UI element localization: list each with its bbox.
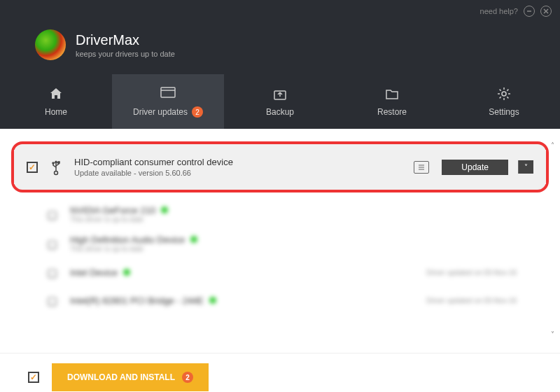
- nav-home[interactable]: Home: [0, 74, 112, 129]
- driver-row-blurred: ▢ Intel(R) 82801 PCI Bridge - 244E Drive…: [14, 286, 546, 314]
- nav-settings[interactable]: Settings: [448, 74, 560, 129]
- nav-label: Backup: [266, 107, 294, 117]
- highlighted-driver-box: HID-compliant consumer control device Up…: [11, 141, 549, 192]
- device-icon: ▢: [43, 264, 60, 281]
- driver-name: HID-compliant consumer control device: [74, 157, 404, 167]
- brand-subtitle: keeps your drivers up to date: [76, 50, 175, 58]
- driver-row: HID-compliant consumer control device Up…: [14, 150, 546, 184]
- help-link[interactable]: need help?: [480, 7, 518, 15]
- status-dot: [209, 297, 216, 304]
- download-badge: 2: [182, 372, 193, 383]
- backup-icon: [272, 86, 288, 102]
- audio-icon: ▢: [43, 235, 60, 252]
- status-dot: [161, 206, 168, 214]
- app-header: DriverMax keeps your drivers up to date: [0, 22, 560, 74]
- restore-icon: [384, 86, 400, 102]
- driver-status: Update available - version 5.60.66: [74, 169, 404, 177]
- scrollbar[interactable]: ˄ ˅: [547, 141, 557, 340]
- driver-row-blurred: ▢ NVIDIA GeForce 210This driver is up-to…: [14, 200, 546, 229]
- nav-label: Driver updates: [133, 107, 188, 117]
- gear-icon: [496, 86, 512, 102]
- svg-point-7: [55, 171, 58, 174]
- status-dot: [190, 236, 197, 243]
- logo-icon: [35, 29, 66, 60]
- driver-checkbox[interactable]: [27, 162, 38, 173]
- content-panel: HID-compliant consumer control device Up…: [0, 129, 560, 353]
- driver-row-blurred: ▢ High Definition Audio DeviceThis drive…: [14, 229, 546, 258]
- nav-label: Restore: [377, 107, 407, 117]
- footer-bar: DOWNLOAD AND INSTALL 2: [0, 353, 560, 392]
- updates-badge: 2: [192, 106, 203, 118]
- svg-point-9: [52, 162, 54, 164]
- nav-label: Home: [45, 107, 67, 117]
- monitor-icon: ▢: [43, 206, 60, 223]
- nav-driver-updates[interactable]: Driver updates 2: [112, 74, 224, 129]
- driver-row-blurred: ▢ Intel Device Driver updated on 03-Nov-…: [14, 258, 546, 286]
- device-icon: ▢: [43, 292, 60, 309]
- scroll-up-icon[interactable]: ˄: [547, 141, 557, 151]
- nav-restore[interactable]: Restore: [336, 74, 448, 129]
- details-icon[interactable]: [414, 161, 429, 174]
- minimize-button[interactable]: [524, 6, 535, 17]
- close-button[interactable]: [540, 6, 552, 17]
- download-install-button[interactable]: DOWNLOAD AND INSTALL 2: [52, 363, 209, 391]
- status-dot: [123, 269, 130, 276]
- home-icon: [48, 86, 64, 102]
- svg-rect-3: [161, 88, 175, 97]
- svg-point-6: [502, 92, 506, 96]
- svg-rect-10: [58, 162, 59, 163]
- main-navbar: Home Driver updates 2 Backup Restore Set…: [0, 74, 560, 129]
- update-dropdown[interactable]: ˅: [518, 160, 533, 174]
- brand-title: DriverMax: [76, 32, 175, 48]
- nav-label: Settings: [489, 107, 519, 117]
- nav-backup[interactable]: Backup: [224, 74, 336, 129]
- usb-icon: [48, 159, 64, 176]
- update-button[interactable]: Update: [442, 160, 508, 175]
- titlebar: need help?: [0, 0, 560, 22]
- updates-icon: [160, 85, 176, 101]
- select-all-checkbox[interactable]: [28, 372, 39, 383]
- scroll-down-icon[interactable]: ˅: [547, 330, 557, 340]
